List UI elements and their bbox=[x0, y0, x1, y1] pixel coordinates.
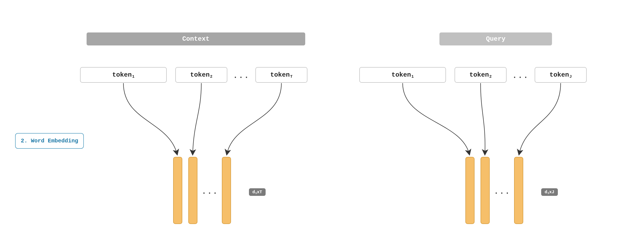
query-dim-mult: x bbox=[549, 190, 552, 194]
context-token-last: tokenT bbox=[256, 67, 308, 83]
context-header: Context bbox=[86, 32, 305, 46]
query-dim-d: d bbox=[545, 190, 547, 194]
query-token-1-label: token bbox=[392, 71, 411, 78]
query-embedding-bar-2 bbox=[480, 157, 490, 224]
context-embedding-ellipsis: ... bbox=[201, 187, 219, 196]
query-token-2: token2 bbox=[454, 67, 506, 83]
query-token-last-label: token bbox=[550, 71, 569, 78]
step-label-word-embedding: 2. Word Embedding bbox=[15, 133, 84, 149]
context-embedding-bar-1 bbox=[173, 157, 182, 224]
query-dim-dsub: 1 bbox=[548, 192, 549, 195]
context-token-last-label: token bbox=[270, 71, 290, 78]
context-embedding-bar-last bbox=[222, 157, 231, 224]
query-token-1: token1 bbox=[359, 67, 446, 83]
query-arrow-1 bbox=[403, 83, 469, 154]
context-arrow-2 bbox=[193, 83, 201, 154]
query-token-2-sub: 2 bbox=[490, 74, 492, 79]
query-token-2-label: token bbox=[470, 71, 489, 78]
query-arrow-3 bbox=[519, 83, 561, 154]
query-embedding-ellipsis: ... bbox=[494, 187, 511, 196]
context-token-1-label: token bbox=[112, 71, 132, 78]
context-arrow-3 bbox=[227, 83, 282, 154]
query-token-last: tokenJ bbox=[535, 67, 587, 83]
query-embedding-bar-last bbox=[514, 157, 523, 224]
query-token-1-sub: 1 bbox=[412, 74, 414, 79]
context-token-1: token1 bbox=[80, 67, 167, 83]
query-embedding-bar-1 bbox=[466, 157, 474, 224]
query-dim-n: J bbox=[552, 190, 554, 194]
query-dim-tag: d1 x J bbox=[541, 188, 558, 196]
context-token-2-sub: 2 bbox=[210, 74, 212, 79]
query-header: Query bbox=[440, 32, 552, 46]
context-dim-mult: x bbox=[257, 190, 260, 194]
context-token-1-sub: 1 bbox=[132, 74, 135, 79]
context-token-last-sub: T bbox=[290, 74, 293, 79]
context-dim-dsub: 1 bbox=[255, 192, 257, 195]
context-dim-n: T bbox=[260, 190, 262, 194]
context-token-ellipsis: ... bbox=[233, 72, 250, 80]
query-token-last-sub: J bbox=[570, 74, 572, 79]
query-arrow-2 bbox=[480, 83, 485, 154]
context-arrow-1 bbox=[124, 83, 177, 154]
context-dim-d: d bbox=[252, 190, 255, 194]
context-token-2-label: token bbox=[190, 71, 210, 78]
context-dim-tag: d1 x T bbox=[249, 188, 266, 196]
context-token-2: token2 bbox=[175, 67, 227, 83]
query-token-ellipsis: ... bbox=[512, 72, 529, 80]
context-embedding-bar-2 bbox=[188, 157, 198, 224]
